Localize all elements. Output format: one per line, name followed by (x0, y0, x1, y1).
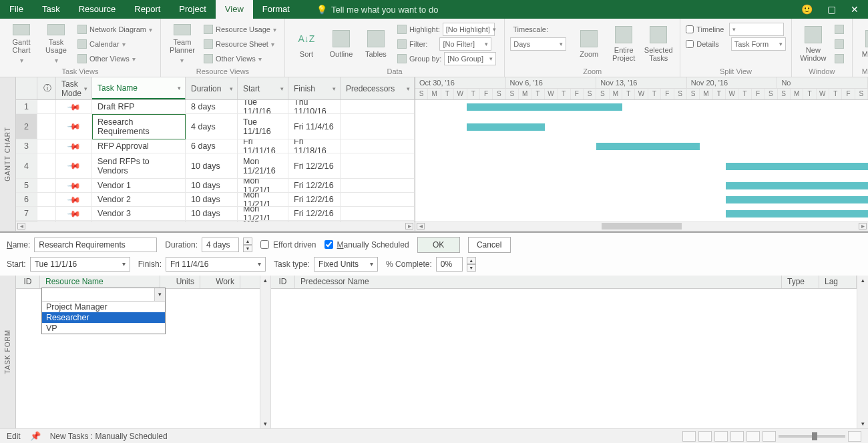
duration-spinner[interactable]: ▲▼ (243, 238, 252, 252)
view-usage-icon[interactable] (698, 431, 712, 442)
selected-tasks-button[interactable]: Selected Tasks (642, 21, 674, 64)
zoom-button[interactable]: Zoom (573, 21, 605, 64)
taskform-vlabel[interactable]: TASK FORM (0, 276, 16, 429)
gantt-bar[interactable] (467, 103, 622, 111)
tell-me[interactable]: 💡 Tell me what you want to do (316, 5, 438, 15)
zoom-out-icon[interactable] (763, 431, 776, 442)
name-input[interactable]: Research Requirements (34, 238, 157, 252)
outline-button[interactable]: Outline (325, 21, 357, 64)
resource-usage-button[interactable]: Resource Usage▾ (201, 23, 279, 36)
view-gantt-icon[interactable] (682, 431, 696, 442)
tables-button[interactable]: Tables (360, 21, 392, 64)
menu-tab-file[interactable]: File (0, 0, 33, 19)
menu-tab-project[interactable]: Project (170, 0, 215, 19)
effort-driven-check[interactable] (260, 240, 269, 249)
duration-input[interactable]: 4 days (202, 238, 239, 252)
other-views-button-2[interactable]: Other Views▾ (201, 52, 279, 65)
timeline-hscroll[interactable]: ◂▸ (415, 222, 868, 231)
grid-hscroll[interactable]: ◂▸ (16, 222, 415, 231)
complete-input[interactable]: 0% (436, 257, 463, 272)
table-row[interactable]: 5📌Vendor 110 daysMon 11/21/1Fri 12/2/16 (16, 179, 415, 193)
sort-button[interactable]: A↓ZSort (290, 21, 322, 64)
gantt-bar[interactable] (726, 196, 868, 203)
predecessor-grid[interactable]: ID Predecessor Name Type Lag (271, 276, 857, 429)
menu-tab-format[interactable]: Format (253, 0, 299, 19)
view-sheet-icon[interactable] (730, 431, 744, 442)
resource-grid[interactable]: ID Resource Name Units Work ▾ Project Ma… (16, 276, 260, 429)
emoji-icon[interactable]: 🙂 (801, 4, 813, 15)
gantt-bar[interactable] (726, 182, 868, 189)
table-row[interactable]: 8📌Review RFPs5 daysMon 12/5/16Fri 12/9/1… (16, 221, 415, 222)
pred-vscroll[interactable]: ▴▾ (857, 276, 868, 429)
zoom-in-icon[interactable] (848, 431, 861, 442)
table-row[interactable]: 7📌Vendor 310 daysMon 11/21/1Fri 12/2/16 (16, 207, 415, 221)
resource-option[interactable]: Researcher (42, 312, 165, 323)
table-row[interactable]: 3📌RFP Approval6 daysFri 11/11/16Fri 11/1… (16, 139, 415, 153)
chevron-down-icon[interactable]: ▾ (154, 288, 165, 301)
menu-tab-resource[interactable]: Resource (69, 0, 126, 19)
predhdr-name[interactable]: Predecessor Name (295, 276, 782, 288)
gantt-bar[interactable] (467, 123, 544, 131)
complete-spinner[interactable]: ▲▼ (467, 257, 476, 272)
reshdr-name[interactable]: Resource Name (40, 276, 160, 288)
gantt-bar[interactable] (726, 163, 868, 170)
network-diagram-button[interactable]: Network Diagram▾ (75, 23, 155, 36)
timescale-combo[interactable]: Days (510, 37, 566, 51)
team-planner-button[interactable]: Team Planner▾ (166, 21, 198, 64)
close-icon[interactable]: ✕ (851, 4, 859, 15)
details-combo[interactable]: Task Form (731, 37, 786, 51)
menu-tab-task[interactable]: Task (33, 0, 69, 19)
gantt-vlabel[interactable]: GANTT CHART (0, 77, 16, 231)
restore-icon[interactable]: ▢ (827, 4, 836, 15)
predhdr-lag[interactable]: Lag (819, 276, 857, 288)
entire-project-button[interactable]: Entire Project (608, 21, 640, 64)
col-start[interactable]: Start▾ (238, 77, 288, 99)
view-team-icon[interactable] (714, 431, 728, 442)
col-duration[interactable]: Duration▾ (186, 77, 238, 99)
gantt-chart-button[interactable]: Gantt Chart▾ (5, 21, 37, 64)
timeline-body[interactable] (415, 100, 868, 222)
manually-scheduled-check[interactable] (324, 240, 333, 249)
reshdr-id[interactable]: ID (16, 276, 40, 288)
table-row[interactable]: 1📌Draft RFP8 daysTue 11/1/16Thu 11/10/16 (16, 100, 415, 114)
view-report-icon[interactable] (746, 431, 760, 442)
menu-tab-report[interactable]: Report (125, 0, 170, 19)
predhdr-type[interactable]: Type (782, 276, 819, 288)
calendar-button[interactable]: Calendar▾ (75, 37, 155, 51)
resource-option[interactable]: Project Manager (42, 302, 165, 312)
timeline-check[interactable]: Timeline (686, 23, 786, 36)
ok-button[interactable]: OK (417, 237, 460, 253)
zoom-slider[interactable] (779, 435, 845, 438)
new-window-button[interactable]: New Window (797, 21, 829, 64)
predhdr-id[interactable]: ID (271, 276, 295, 288)
highlight-combo[interactable]: [No Highlight] (443, 23, 495, 36)
col-task-name[interactable]: Task Name▾ (92, 77, 186, 99)
details-check[interactable]: DetailsTask Form (686, 37, 786, 51)
col-finish[interactable]: Finish▾ (288, 77, 341, 99)
col-mode[interactable]: Task Mode▾ (56, 77, 92, 99)
other-views-button[interactable]: Other Views▾ (75, 52, 155, 65)
task-usage-button[interactable]: Task Usage▾ (40, 21, 72, 64)
resource-sheet-button[interactable]: Resource Sheet▾ (201, 37, 279, 51)
col-info[interactable]: ⓘ (37, 77, 56, 99)
filter-combo[interactable]: [No Filter] (439, 37, 491, 51)
resource-dropdown[interactable]: ▾ Project ManagerResearcherVP (41, 288, 166, 334)
group-combo[interactable]: [No Group] (444, 52, 496, 65)
macros-button[interactable]: Macros (858, 21, 868, 64)
finish-combo[interactable]: Fri 11/4/16 (166, 257, 266, 272)
table-row[interactable]: 6📌Vendor 210 daysMon 11/21/1Fri 12/2/16 (16, 193, 415, 207)
menu-tab-view[interactable]: View (216, 0, 253, 19)
resource-vscroll[interactable]: ▴▾ (260, 276, 271, 429)
tasktype-combo[interactable]: Fixed Units (314, 257, 378, 272)
start-combo[interactable]: Tue 11/1/16 (30, 257, 130, 272)
resource-option[interactable]: VP (42, 323, 165, 334)
gantt-bar[interactable] (596, 143, 700, 150)
reshdr-work[interactable]: Work (200, 276, 240, 288)
gantt-bar[interactable] (726, 210, 868, 217)
col-predecessors[interactable]: Predecessors▾ (341, 77, 415, 99)
table-row[interactable]: 2📌Research Requirements4 daysTue 11/1/16… (16, 114, 415, 139)
col-rownum[interactable] (16, 77, 37, 99)
grid-body[interactable]: 1📌Draft RFP8 daysTue 11/1/16Thu 11/10/16… (16, 100, 415, 222)
cancel-button[interactable]: Cancel (468, 237, 511, 253)
reshdr-units[interactable]: Units (160, 276, 200, 288)
